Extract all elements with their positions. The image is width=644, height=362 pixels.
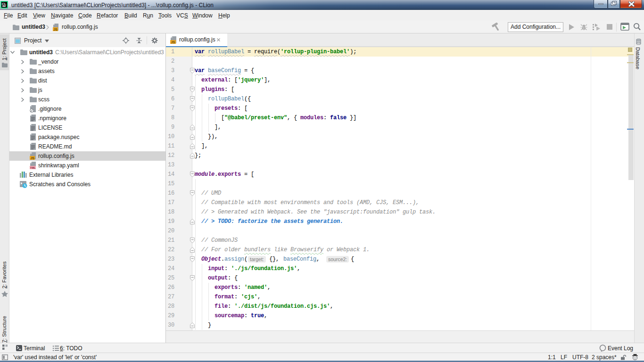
- svg-text:YML: YML: [30, 166, 36, 169]
- svg-text:JS: JS: [171, 41, 175, 44]
- svg-text:JS: JS: [30, 156, 34, 160]
- svg-text:JS: JS: [53, 28, 58, 31]
